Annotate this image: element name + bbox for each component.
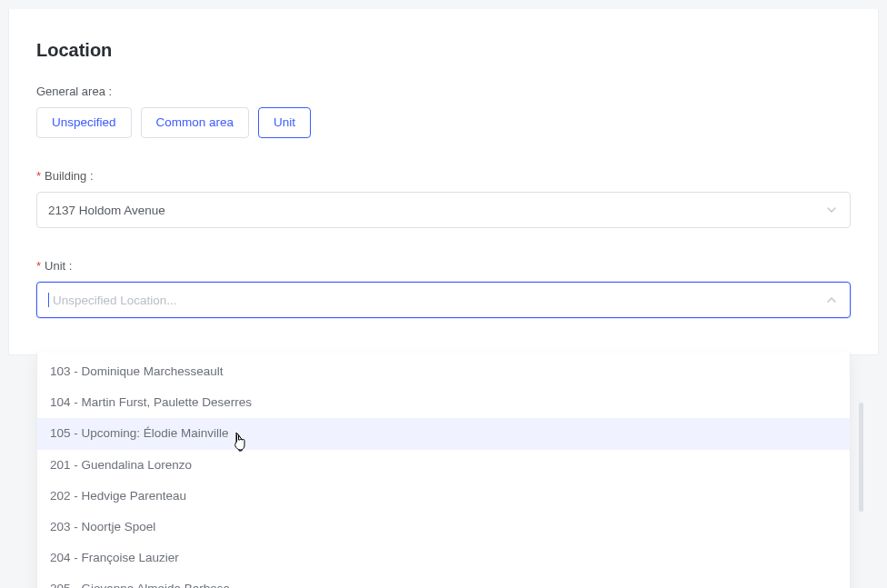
unit-option[interactable]: 201 - Guendalina Lorenzo [37, 450, 850, 481]
chevron-up-icon [826, 294, 837, 305]
unit-dropdown: 103 - Dominique Marchesseault 104 - Mart… [36, 353, 851, 588]
unit-label-text: Unit : [45, 259, 72, 273]
unit-select[interactable]: Unspecified Location... [36, 282, 851, 318]
unit-option[interactable]: 104 - Martin Furst, Paulette Deserres [37, 387, 850, 418]
general-area-option-common-area[interactable]: Common area [141, 107, 250, 138]
building-select[interactable]: 2137 Holdom Avenue [36, 192, 851, 228]
unit-label: *Unit : [36, 259, 851, 273]
chevron-down-icon [826, 204, 837, 215]
unit-option[interactable]: 205 - Giovanna Almeida Barbosa [37, 573, 850, 588]
general-area-radio-group: Unspecified Common area Unit [36, 107, 851, 138]
scrollbar-thumb[interactable] [859, 403, 863, 512]
location-card: Location General area : Unspecified Comm… [8, 9, 879, 355]
unit-option[interactable]: 202 - Hedvige Parenteau [37, 481, 850, 512]
general-area-label: General area : [36, 85, 851, 98]
general-area-option-unit[interactable]: Unit [258, 107, 311, 138]
required-asterisk: * [36, 259, 41, 273]
building-label: *Building : [36, 169, 851, 183]
general-area-option-unspecified[interactable]: Unspecified [36, 107, 132, 138]
unit-option[interactable]: 204 - Françoise Lauzier [37, 543, 850, 573]
building-label-text: Building : [45, 169, 93, 183]
building-select-value: 2137 Holdom Avenue [48, 204, 165, 217]
unit-option[interactable]: 103 - Dominique Marchesseault [37, 356, 850, 387]
required-asterisk: * [36, 169, 41, 183]
unit-option[interactable]: 105 - Upcoming: Élodie Mainville [37, 418, 850, 449]
text-cursor [48, 293, 49, 307]
unit-select-placeholder: Unspecified Location... [53, 294, 177, 307]
unit-option[interactable]: 203 - Noortje Spoel [37, 512, 850, 543]
page-title: Location [36, 40, 851, 61]
